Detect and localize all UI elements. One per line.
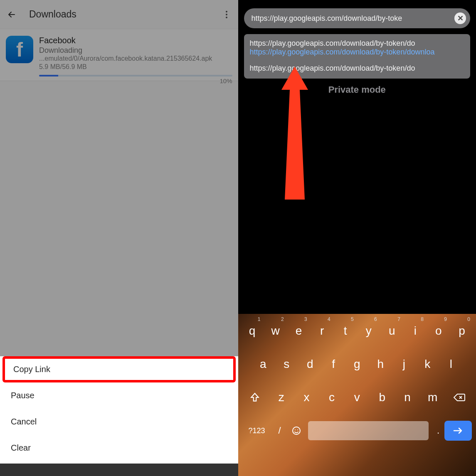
- menu-pause[interactable]: Pause: [0, 382, 238, 409]
- emoji-key[interactable]: [288, 419, 305, 442]
- url-input[interactable]: https://play.googleapis.com/download/by-…: [252, 14, 452, 23]
- svg-point-3: [297, 429, 298, 430]
- menu-copy-link[interactable]: Copy Link: [2, 356, 236, 382]
- keyboard-row-1: 1q 2w 3e 4r 5t 6y 7u 8i 9o 0p: [241, 316, 474, 345]
- download-item[interactable]: f Facebook Downloading ...emulated/0/Aur…: [0, 29, 238, 81]
- key-i[interactable]: 8i: [404, 316, 426, 345]
- svg-point-2: [295, 429, 296, 430]
- key-u[interactable]: 7u: [381, 316, 403, 345]
- download-size: 5.9 MB/56.9 MB: [39, 63, 232, 71]
- go-key[interactable]: [444, 421, 472, 441]
- progress-percent: 10%: [220, 77, 232, 84]
- key-o[interactable]: 9o: [428, 316, 449, 345]
- key-m[interactable]: m: [421, 383, 444, 412]
- annotation-arrow-icon: [281, 67, 308, 200]
- suggestion-row-1b[interactable]: https://play.googleapis.com/download/by-…: [250, 48, 465, 57]
- download-path: ...emulated/0/Aurora/com.facebook.katana…: [39, 55, 232, 62]
- key-f[interactable]: f: [323, 350, 345, 379]
- key-v[interactable]: v: [345, 383, 369, 412]
- slash-key[interactable]: /: [271, 419, 288, 442]
- dot-key[interactable]: .: [432, 419, 444, 442]
- menu-clear[interactable]: Clear: [0, 435, 238, 461]
- download-status: Downloading: [39, 46, 232, 55]
- key-k[interactable]: k: [417, 350, 439, 379]
- header-bar: Downloads: [0, 0, 238, 29]
- download-meta: Facebook Downloading ...emulated/0/Auror…: [39, 36, 232, 76]
- symbols-key[interactable]: ?123: [242, 419, 271, 442]
- key-s[interactable]: s: [276, 350, 298, 379]
- key-l[interactable]: l: [440, 350, 462, 379]
- keyboard-row-2: a s d f g h j k l: [241, 350, 474, 379]
- shift-key[interactable]: [242, 383, 268, 412]
- key-w[interactable]: 2w: [265, 316, 286, 345]
- downloads-screen: Downloads f Facebook Downloading ...emul…: [0, 0, 238, 476]
- svg-point-1: [293, 427, 300, 434]
- key-e[interactable]: 3e: [288, 316, 310, 345]
- key-p[interactable]: 0p: [451, 316, 473, 345]
- spacebar-key[interactable]: [308, 421, 429, 440]
- key-g[interactable]: g: [346, 350, 368, 379]
- download-app-name: Facebook: [39, 36, 232, 45]
- key-c[interactable]: c: [320, 383, 344, 412]
- key-b[interactable]: b: [370, 383, 394, 412]
- context-menu: Copy Link Pause Cancel Clear: [0, 356, 238, 476]
- key-j[interactable]: j: [393, 350, 415, 379]
- more-menu-button[interactable]: [221, 9, 232, 20]
- key-n[interactable]: n: [396, 383, 419, 412]
- key-x[interactable]: x: [295, 383, 318, 412]
- key-t[interactable]: 5t: [335, 316, 356, 345]
- key-z[interactable]: z: [270, 383, 293, 412]
- svg-marker-0: [281, 67, 308, 200]
- menu-cancel[interactable]: Cancel: [0, 409, 238, 435]
- key-d[interactable]: d: [299, 350, 321, 379]
- keyboard: 1q 2w 3e 4r 5t 6y 7u 8i 9o 0p a s d f g …: [238, 314, 476, 476]
- page-title: Downloads: [29, 9, 221, 20]
- url-bar[interactable]: https://play.googleapis.com/download/by-…: [244, 8, 471, 28]
- key-y[interactable]: 6y: [358, 316, 380, 345]
- suggestion-row-1a[interactable]: https://play.googleapis.com/download/by-…: [250, 39, 465, 48]
- backspace-key[interactable]: [446, 383, 473, 412]
- clear-url-icon[interactable]: ✕: [454, 12, 466, 24]
- key-a[interactable]: a: [252, 350, 274, 379]
- key-h[interactable]: h: [370, 350, 392, 379]
- url-suggestions: https://play.googleapis.com/download/by-…: [244, 34, 471, 79]
- nav-bar-placeholder: [0, 464, 238, 476]
- key-r[interactable]: 4r: [311, 316, 333, 345]
- back-button[interactable]: [6, 9, 17, 20]
- browser-screen: https://play.googleapis.com/download/by-…: [238, 0, 476, 476]
- private-mode-label: Private mode: [238, 84, 476, 95]
- keyboard-row-3: z x c v b n m: [241, 383, 474, 412]
- keyboard-row-4: ?123 / .: [241, 416, 474, 445]
- progress-bar: [39, 75, 232, 76]
- key-q[interactable]: 1q: [242, 316, 263, 345]
- progress-fill: [39, 75, 58, 76]
- facebook-icon: f: [6, 36, 33, 63]
